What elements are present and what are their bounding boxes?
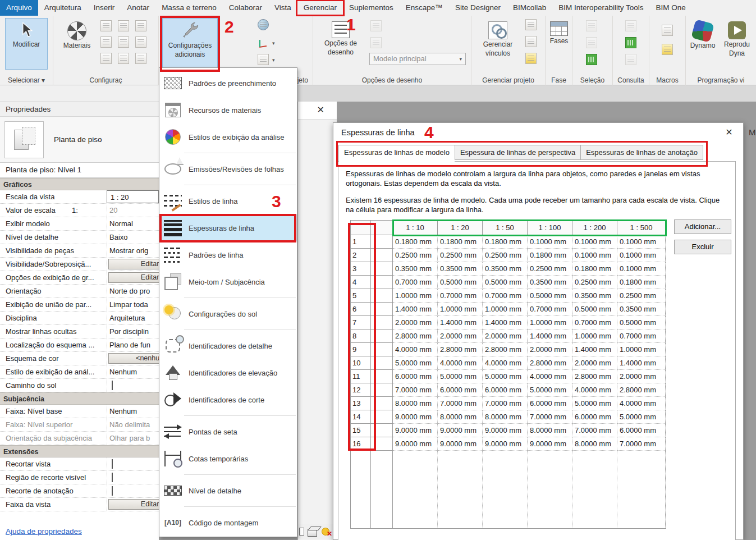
- weight-cell[interactable]: 9.0000 mm: [483, 424, 528, 437]
- row-number-cell[interactable]: 7: [351, 316, 371, 330]
- property-value[interactable]: Editar...: [107, 258, 159, 271]
- menu-tab-inserir[interactable]: Inserir: [88, 0, 121, 16]
- property-value[interactable]: Por disciplin: [107, 325, 159, 338]
- warnings-icon[interactable]: [625, 54, 636, 65]
- weight-cell[interactable]: 0.2500 mm: [528, 262, 572, 276]
- weight-cell[interactable]: 2.0000 mm: [483, 330, 528, 343]
- view-selector[interactable]: Planta de piso: Nível 1: [0, 163, 159, 178]
- design-options-button[interactable]: Opções dedesenho: [318, 18, 364, 70]
- property-value[interactable]: 20: [107, 204, 159, 217]
- preview-cell[interactable]: [371, 235, 393, 249]
- weight-cell[interactable]: 0.2500 mm: [483, 249, 528, 262]
- sun-path-off-icon[interactable]: ✕: [320, 527, 332, 537]
- macro-security-icon[interactable]: [662, 44, 673, 55]
- menu-tab-gerenciar[interactable]: Gerenciar: [297, 0, 343, 16]
- weight-cell[interactable]: 5.0000 mm: [438, 370, 483, 383]
- weight-cell[interactable]: 1.0000 mm: [528, 316, 572, 330]
- weight-cell[interactable]: 9.0000 mm: [438, 437, 483, 451]
- property-value[interactable]: Limpar toda: [107, 298, 159, 311]
- weight-cell[interactable]: 0.7000 mm: [572, 316, 617, 330]
- project-units-icon[interactable]: [135, 53, 146, 64]
- weight-cell[interactable]: 7.0000 mm: [617, 437, 666, 451]
- position-icon[interactable]: [258, 54, 269, 65]
- menu-tab-enscape[interactable]: Enscape™: [400, 0, 449, 16]
- weight-cell[interactable]: 0.3500 mm: [393, 262, 438, 276]
- property-value[interactable]: [107, 484, 159, 497]
- dropdown-item-configuracoes-do-sol[interactable]: Configurações do sol: [159, 300, 297, 327]
- weight-cell[interactable]: 8.0000 mm: [483, 410, 528, 424]
- project-parameters-icon[interactable]: [135, 36, 146, 48]
- dropdown-item-identificadores-de-corte[interactable]: Identificadores de corte: [159, 386, 297, 413]
- property-value[interactable]: Normal: [107, 217, 159, 230]
- weight-cell[interactable]: 5.0000 mm: [617, 410, 666, 424]
- weight-cell[interactable]: 0.1000 mm: [617, 249, 666, 262]
- weight-cell[interactable]: 0.1800 mm: [483, 235, 528, 249]
- row-number-cell[interactable]: 13: [351, 397, 371, 410]
- weight-cell[interactable]: 6.0000 mm: [483, 383, 528, 397]
- pick-to-edit-icon[interactable]: [370, 37, 382, 48]
- weight-cell[interactable]: 0.1800 mm: [528, 249, 572, 262]
- menu-tab-arquitetura[interactable]: Arquitetura: [38, 0, 88, 16]
- weight-cell[interactable]: 0.3500 mm: [483, 262, 528, 276]
- dropdown-item-padroes-de-linha[interactable]: Padrões de linha: [159, 241, 297, 268]
- weight-cell[interactable]: 7.0000 mm: [393, 383, 438, 397]
- preview-cell[interactable]: [371, 249, 393, 262]
- dropdown-item-identificadores-de-elevacao[interactable]: Identificadores de elevação: [159, 359, 297, 386]
- project-information-icon[interactable]: [118, 36, 129, 48]
- weight-cell[interactable]: 7.0000 mm: [528, 410, 572, 424]
- row-number-cell[interactable]: 1: [351, 235, 371, 249]
- edit-selection-icon[interactable]: [586, 54, 597, 65]
- dropdown-item-meio-tom-subjacencia[interactable]: Meio-tom / Subjacência: [159, 268, 297, 295]
- row-number-cell[interactable]: 3: [351, 262, 371, 276]
- dialog-tab-espessuras-de-linhas-de-anotacao[interactable]: Espessuras de linhas de anotação: [580, 145, 703, 160]
- starting-view-icon[interactable]: [525, 19, 537, 30]
- weight-cell[interactable]: 1.0000 mm: [617, 343, 666, 356]
- weight-cell[interactable]: 9.0000 mm: [528, 437, 572, 451]
- weight-cell[interactable]: 0.2500 mm: [572, 276, 617, 289]
- save-selection-icon[interactable]: [586, 20, 597, 31]
- weight-cell[interactable]: 0.7000 mm: [617, 330, 666, 343]
- dropdown-item-emissoes-revisoes-de-folhas[interactable]: Emissões/Revisões de folhas: [159, 155, 297, 182]
- dropdown-item-identificadores-de-detalhe[interactable]: Identificadores de detalhe: [159, 332, 297, 359]
- weight-cell[interactable]: 0.3500 mm: [528, 276, 572, 289]
- type-selector[interactable]: Planta de piso: [0, 117, 159, 163]
- row-number-cell[interactable]: 2: [351, 249, 371, 262]
- row-number-cell[interactable]: 15: [351, 424, 371, 437]
- global-parameters-icon[interactable]: [118, 53, 129, 64]
- weight-cell[interactable]: 1.4000 mm: [393, 303, 438, 316]
- weight-cell[interactable]: 0.1800 mm: [572, 262, 617, 276]
- edit-button[interactable]: Editar...: [108, 259, 159, 269]
- preview-cell[interactable]: [371, 383, 393, 397]
- preview-cell[interactable]: [371, 397, 393, 410]
- weight-cell[interactable]: 9.0000 mm: [438, 424, 483, 437]
- weight-cell[interactable]: 4.0000 mm: [528, 370, 572, 383]
- weight-cell[interactable]: 0.3500 mm: [438, 262, 483, 276]
- snaps-icon[interactable]: [100, 36, 112, 48]
- location-icon[interactable]: [258, 19, 269, 30]
- weight-cell[interactable]: 0.7000 mm: [528, 303, 572, 316]
- weight-cell[interactable]: 2.8000 mm: [438, 343, 483, 356]
- preview-cell[interactable]: [371, 316, 393, 330]
- weight-cell[interactable]: 0.1000 mm: [617, 235, 666, 249]
- weight-cell[interactable]: 2.0000 mm: [572, 356, 617, 370]
- panel-macros-label[interactable]: Macros: [649, 76, 685, 84]
- weight-cell[interactable]: 6.0000 mm: [572, 410, 617, 424]
- weight-cell[interactable]: 0.1000 mm: [617, 262, 666, 276]
- menu-tab-bimcollab[interactable]: BIMcollab: [507, 0, 552, 16]
- panel-selecao-label[interactable]: Seleção: [572, 76, 612, 84]
- property-value[interactable]: Arquitetura: [107, 312, 159, 324]
- weight-cell[interactable]: 8.0000 mm: [438, 410, 483, 424]
- weight-cell[interactable]: 1.4000 mm: [528, 330, 572, 343]
- weight-cell[interactable]: 2.0000 mm: [617, 370, 666, 383]
- weight-cell[interactable]: 0.2500 mm: [617, 289, 666, 303]
- weight-cell[interactable]: 0.1000 mm: [572, 249, 617, 262]
- weight-cell[interactable]: 7.0000 mm: [572, 424, 617, 437]
- select-by-id-icon[interactable]: [625, 37, 636, 48]
- property-value[interactable]: 1 : 20: [107, 190, 159, 203]
- manage-images-icon[interactable]: [525, 36, 537, 47]
- panel-configuracoes-label[interactable]: Configuraç: [53, 76, 158, 84]
- preview-cell[interactable]: [371, 370, 393, 383]
- load-selection-icon[interactable]: [586, 37, 597, 48]
- weight-cell[interactable]: 5.0000 mm: [528, 383, 572, 397]
- weight-cell[interactable]: 8.0000 mm: [528, 424, 572, 437]
